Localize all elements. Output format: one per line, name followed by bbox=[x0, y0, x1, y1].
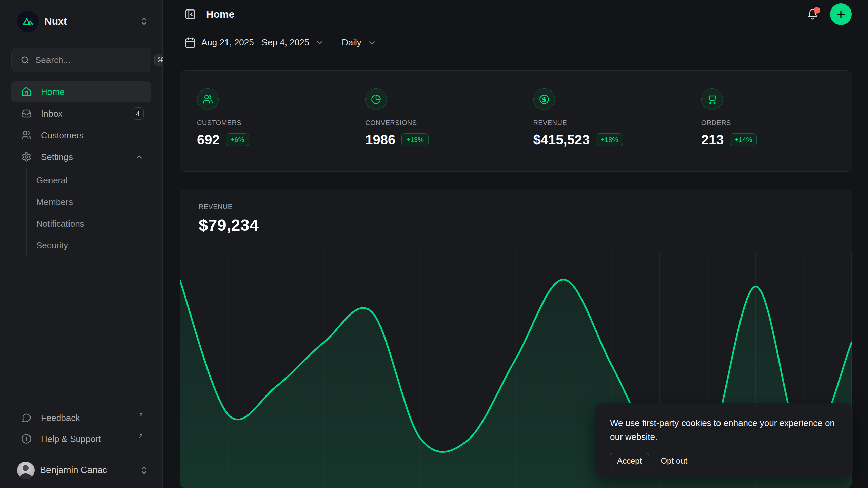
granularity-value: Daily bbox=[342, 37, 361, 48]
sidebar-item-label: Inbox bbox=[41, 108, 122, 119]
chevrons-up-down-icon bbox=[139, 466, 149, 475]
sidebar-item-settings[interactable]: Settings bbox=[11, 146, 151, 167]
panel-left-close-icon bbox=[184, 8, 196, 20]
stat-label: CONVERSIONS bbox=[365, 119, 516, 127]
page-title: Home bbox=[206, 8, 234, 20]
inbox-count-badge: 4 bbox=[132, 107, 144, 120]
help-support-link[interactable]: Help & Support bbox=[11, 428, 151, 449]
user-name: Benjamin Canac bbox=[40, 465, 134, 475]
search-input[interactable] bbox=[35, 55, 149, 65]
workspace-name: Nuxt bbox=[44, 16, 134, 27]
stat-delta-badge: +18% bbox=[596, 133, 623, 146]
search-icon bbox=[20, 55, 30, 65]
revenue-chart-value: $79,234 bbox=[199, 216, 852, 235]
stat-revenue: REVENUE $415,523 +18% bbox=[516, 71, 684, 171]
stat-value: 692 bbox=[197, 132, 220, 147]
date-range-value: Aug 21, 2025 - Sep 4, 2025 bbox=[201, 37, 309, 48]
search-bar[interactable]: ⌘ K bbox=[11, 48, 151, 72]
stat-delta-badge: +14% bbox=[730, 133, 757, 146]
sidebar-item-customers[interactable]: Customers bbox=[11, 125, 151, 146]
external-link-icon bbox=[138, 412, 144, 418]
sidebar-item-notifications[interactable]: Notifications bbox=[27, 213, 151, 235]
sidebar-item-inbox[interactable]: Inbox 4 bbox=[11, 103, 151, 124]
external-link-icon bbox=[138, 433, 144, 439]
sidebar-item-members[interactable]: Members bbox=[27, 191, 151, 213]
feedback-label: Feedback bbox=[41, 413, 134, 423]
sidebar-item-security[interactable]: Security bbox=[27, 235, 151, 256]
help-support-label: Help & Support bbox=[41, 434, 134, 444]
stat-orders: ORDERS 213 +14% bbox=[684, 71, 852, 171]
granularity-select[interactable]: Daily bbox=[342, 37, 376, 48]
stats-row: CUSTOMERS 692 +6% CONVERSIONS 1986 +13% bbox=[180, 70, 852, 172]
calendar-icon bbox=[184, 37, 196, 48]
inbox-icon bbox=[21, 108, 32, 119]
stat-value: $415,523 bbox=[533, 132, 590, 147]
workspace-switcher[interactable]: Nuxt bbox=[0, 0, 162, 43]
stat-delta-badge: +6% bbox=[226, 133, 249, 146]
avatar bbox=[17, 462, 35, 479]
pie-chart-icon bbox=[365, 88, 387, 110]
stat-label: CUSTOMERS bbox=[197, 119, 348, 127]
gear-icon bbox=[21, 152, 32, 162]
circle-dollar-icon bbox=[533, 88, 555, 110]
feedback-link[interactable]: Feedback bbox=[11, 407, 151, 428]
cookie-banner: We use first-party cookies to enhance yo… bbox=[595, 403, 853, 477]
cookie-accept-button[interactable]: Accept bbox=[610, 453, 649, 469]
users-icon bbox=[197, 88, 219, 110]
sidebar-collapse-button[interactable] bbox=[184, 8, 196, 20]
notification-dot bbox=[814, 7, 820, 14]
users-icon bbox=[21, 130, 32, 140]
stat-conversions: CONVERSIONS 1986 +13% bbox=[348, 71, 516, 171]
cart-icon bbox=[701, 88, 723, 110]
sidebar-item-home[interactable]: Home bbox=[11, 81, 151, 102]
home-icon bbox=[21, 87, 32, 97]
notifications-button[interactable] bbox=[807, 8, 818, 20]
sidebar: Nuxt ⌘ K Home bbox=[0, 0, 163, 488]
cookie-optout-button[interactable]: Opt out bbox=[660, 456, 687, 466]
chevron-up-icon bbox=[135, 152, 144, 161]
page-header: Home bbox=[163, 0, 868, 28]
chat-bubble-icon bbox=[21, 413, 32, 423]
chevrons-up-down-icon bbox=[139, 17, 149, 26]
sidebar-item-label: Home bbox=[41, 87, 144, 97]
stat-label: ORDERS bbox=[701, 119, 852, 127]
filters-toolbar: Aug 21, 2025 - Sep 4, 2025 Daily bbox=[163, 28, 868, 57]
date-range-picker[interactable]: Aug 21, 2025 - Sep 4, 2025 bbox=[184, 37, 324, 48]
chevron-down-icon bbox=[368, 38, 376, 47]
nuxt-logo-icon bbox=[17, 11, 39, 32]
stat-customers: CUSTOMERS 692 +6% bbox=[180, 71, 348, 171]
sidebar-item-label: Customers bbox=[41, 130, 144, 141]
stat-value: 1986 bbox=[365, 132, 395, 147]
add-button[interactable] bbox=[830, 3, 852, 25]
settings-subnav: General Members Notifications Security bbox=[26, 169, 151, 256]
sidebar-nav: Home Inbox 4 Customers bbox=[11, 81, 151, 256]
sidebar-footer: Feedback Help & Support bbox=[11, 407, 151, 452]
stat-value: 213 bbox=[701, 132, 724, 147]
user-menu[interactable]: Benjamin Canac bbox=[0, 452, 162, 488]
stat-label: REVENUE bbox=[533, 119, 684, 127]
revenue-chart-label: REVENUE bbox=[199, 203, 852, 211]
sidebar-item-general[interactable]: General bbox=[27, 169, 151, 191]
chevron-down-icon bbox=[315, 38, 324, 47]
stat-delta-badge: +13% bbox=[401, 133, 429, 146]
sidebar-item-label: Settings bbox=[41, 152, 125, 162]
cookie-message: We use first-party cookies to enhance yo… bbox=[610, 416, 838, 444]
info-circle-icon bbox=[21, 434, 32, 444]
plus-icon bbox=[835, 8, 847, 20]
